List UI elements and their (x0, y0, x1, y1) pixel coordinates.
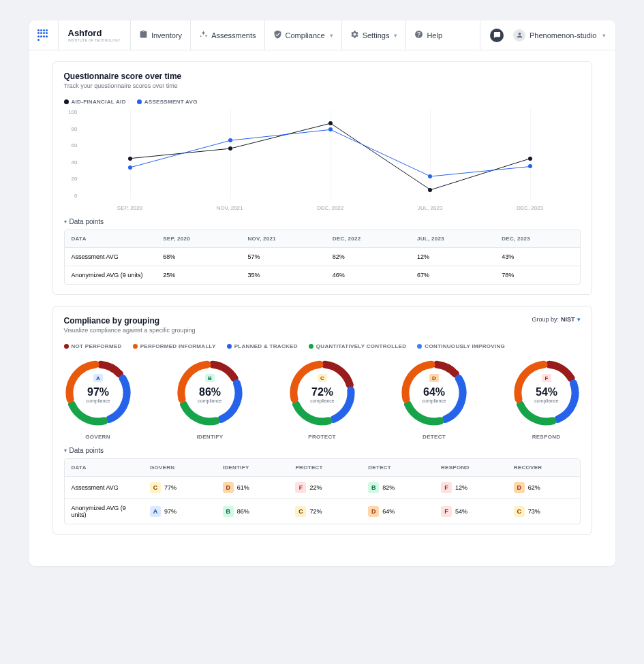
card-compliance: Compliance by grouping Visualize complia… (52, 306, 592, 535)
user-icon (516, 31, 523, 39)
plot-area (80, 109, 581, 199)
svg-text:F: F (545, 375, 548, 381)
grade-badge: F (441, 506, 452, 517)
grade-badge: B (368, 482, 379, 493)
chevron-down-icon: ▾ (330, 32, 333, 39)
content: Questionnaire score over time Track your… (29, 50, 615, 566)
legend-item: NOT PERFORMED (64, 343, 122, 349)
data-point (328, 127, 333, 131)
svg-text:64%: 64% (423, 386, 445, 398)
legend-item: AID-FINANCIAL AID (64, 99, 126, 105)
legend-item: ASSESSMENT AVG (137, 99, 198, 105)
triangle-down-icon: ▾ (64, 447, 67, 454)
user-name: Phenomenon-studio (530, 31, 596, 39)
header: Ashford INSTITUTE OF TECHNOLOGY Inventor… (29, 20, 615, 50)
user-menu[interactable]: Phenomenon-studio ▾ (513, 29, 605, 42)
chat-button[interactable] (490, 29, 504, 42)
table-row: Assessment AVGC77%D61%F22%B82%F12%D62% (65, 477, 580, 499)
nav-settings[interactable]: Settings▾ (342, 20, 407, 50)
logo-block (29, 20, 59, 50)
chevron-down-icon: ▾ (577, 316, 581, 323)
svg-text:compliance: compliance (86, 398, 110, 404)
grade-badge: D (368, 506, 379, 517)
table-row: Anonymized AVG (9 units)25%35%46%67%78% (65, 266, 580, 284)
legend-item: CONTINUOUSLY IMPROVING (417, 343, 505, 349)
legend-dot-icon (137, 99, 142, 104)
nav-assessments[interactable]: Assessments (191, 20, 264, 50)
grade-badge: A (150, 506, 161, 517)
svg-text:97%: 97% (87, 386, 108, 398)
avatar (513, 29, 525, 42)
svg-text:72%: 72% (311, 386, 333, 398)
y-axis: 100806040200 (64, 109, 78, 199)
card1-title: Questionnaire score over time (64, 72, 581, 81)
chevron-down-icon: ▾ (394, 32, 397, 39)
grade-badge: B (223, 506, 234, 517)
donuts-row: A 97% compliance GOVERN B 86% compliance… (64, 359, 581, 440)
svg-text:compliance: compliance (310, 398, 335, 404)
data-point (228, 146, 232, 151)
data-point (128, 157, 132, 161)
svg-text:compliance: compliance (422, 398, 446, 404)
legend-dot-icon (417, 344, 422, 349)
legend-dot-icon (133, 344, 138, 349)
header-right: Phenomenon-studio ▾ (480, 20, 615, 50)
legend: AID-FINANCIAL AIDASSESSMENT AVG (64, 99, 581, 105)
grade-badge: F (295, 482, 306, 493)
svg-text:compliance: compliance (534, 398, 559, 404)
legend-dot-icon (309, 344, 313, 349)
nav-help[interactable]: Help (406, 20, 450, 50)
card2-title: Compliance by grouping (64, 316, 196, 326)
data-point (128, 165, 132, 170)
grade-badge: D (514, 482, 525, 493)
data-points-toggle[interactable]: ▾ Data points (64, 218, 581, 225)
svg-text:86%: 86% (199, 386, 221, 398)
legend-dot-icon (64, 99, 69, 104)
data-table: DATASEP, 2020NOV, 2021DEC, 2022JUL, 2023… (64, 230, 581, 285)
data-point (328, 121, 333, 125)
triangle-down-icon: ▾ (64, 219, 67, 225)
nav: InventoryAssessmentsCompliance▾Settings▾… (131, 20, 450, 50)
table-header: DATASEP, 2020NOV, 2021DEC, 2022JUL, 2023… (65, 230, 580, 248)
table-row: Assessment AVG68%57%82%12%43% (65, 248, 580, 266)
grade-badge: D (223, 482, 234, 493)
chevron-down-icon: ▾ (602, 32, 606, 39)
shield-icon (273, 30, 282, 40)
nav-compliance[interactable]: Compliance▾ (265, 20, 342, 50)
svg-text:D: D (432, 375, 436, 381)
donut-identify: B 86% compliance IDENTIFY (176, 359, 244, 440)
donut-detect: D 64% compliance DETECT (400, 359, 468, 440)
grade-badge: F (441, 482, 452, 493)
donut-protect: C 72% compliance PROTECT (288, 359, 356, 440)
card2-sub: Visualize compliance against a specific … (64, 327, 196, 334)
donut-respond: F 54% compliance RESPOND (512, 359, 581, 440)
legend-dot-icon (227, 344, 232, 349)
data-points-toggle[interactable]: ▾ Data points (64, 447, 581, 454)
gear-icon (350, 30, 359, 40)
legend-item: PERFORMED INFORMALLY (133, 343, 216, 349)
sparkle-icon (199, 30, 208, 40)
svg-text:compliance: compliance (198, 398, 222, 404)
question-icon (414, 30, 423, 40)
svg-text:C: C (320, 375, 324, 381)
data-table: DATAGOVERNIDENTIFYPROTECTDETECTRESPONDRE… (64, 458, 581, 524)
nav-inventory[interactable]: Inventory (131, 20, 191, 50)
svg-text:54%: 54% (535, 386, 557, 398)
svg-text:A: A (96, 375, 100, 381)
card-questionnaire: Questionnaire score over time Track your… (52, 61, 592, 295)
group-by-select[interactable]: Group by: NIST ▾ (532, 316, 580, 323)
grade-badge: C (150, 482, 161, 493)
grade-badge: C (514, 506, 525, 517)
data-point (528, 157, 532, 161)
legend-item: QUANTITATIVELY CONTROLLED (309, 343, 407, 349)
clipboard-icon (139, 30, 148, 40)
x-axis: SEP, 2020NOV, 2021DEC, 2022JUL, 2023DEC,… (80, 205, 581, 211)
line-chart: 100806040200 SEP, 2020NOV, 2021DEC, 2022… (64, 109, 581, 211)
grade-badge: C (295, 506, 306, 517)
app-window: Ashford INSTITUTE OF TECHNOLOGY Inventor… (29, 20, 615, 566)
svg-text:B: B (208, 375, 212, 381)
logo-icon (37, 29, 50, 42)
table-row: Anonymized AVG (9 units)A97%B86%C72%D64%… (65, 499, 580, 524)
table-header: DATAGOVERNIDENTIFYPROTECTDETECTRESPONDRE… (65, 459, 580, 477)
chat-icon (493, 31, 501, 39)
